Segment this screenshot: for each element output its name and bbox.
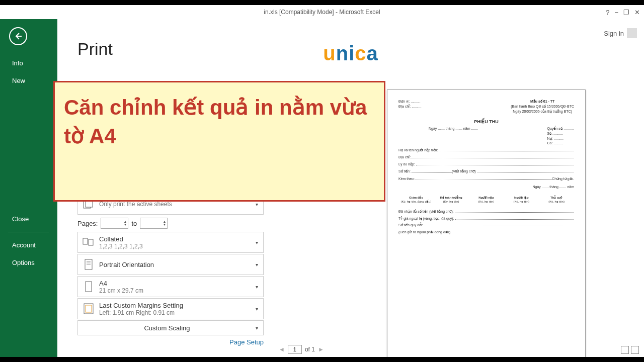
scaling-option[interactable]: Custom Scaling ▾ (77, 320, 264, 335)
help-icon[interactable]: ? (606, 9, 609, 16)
paper-size-option[interactable]: A421 cm x 29.7 cm ▾ (77, 276, 264, 297)
close-button[interactable]: ✕ (634, 9, 640, 16)
sidebar-item-account[interactable]: Account (0, 236, 57, 254)
collated-option[interactable]: Collated1,2,3 1,2,3 1,2,3 ▾ (77, 232, 264, 253)
sign-in-label: Sign in (604, 30, 624, 37)
chevron-down-icon: ▾ (253, 325, 260, 331)
page-navigator: ◄ of 1 ► (279, 345, 324, 354)
avatar-icon (627, 28, 637, 38)
margins-icon (81, 301, 96, 317)
titlebar: in.xls [Compatibility Mode] - Microsoft … (0, 5, 644, 19)
svg-rect-3 (89, 239, 93, 245)
restore-button[interactable]: ❐ (623, 9, 629, 16)
svg-rect-2 (83, 238, 88, 244)
preview-document: Đơn vị: .......... Địa chỉ: .......... M… (398, 99, 574, 257)
pages-from-input[interactable]: ▲▼ (101, 218, 128, 229)
sidebar-item-info[interactable]: Info (0, 54, 57, 72)
page-setup-link[interactable]: Page Setup (77, 338, 264, 346)
sidebar-separator (8, 232, 49, 232)
window-title: in.xls [Compatibility Mode] - Microsoft … (264, 9, 380, 16)
svg-rect-10 (86, 305, 92, 312)
sign-in[interactable]: Sign in (604, 28, 637, 38)
backstage-sidebar: Info New Close Account Options (0, 19, 57, 357)
svg-rect-8 (86, 282, 92, 292)
content-area: Sign in unica Print Căn chỉnh kết quả in… (57, 19, 644, 357)
margins-option[interactable]: Last Custom Margins SettingLeft: 1.91 cm… (77, 298, 264, 319)
zoom-controls (621, 346, 639, 354)
chevron-down-icon: ▾ (253, 306, 260, 312)
minimize-button[interactable]: − (614, 9, 618, 16)
print-settings: Only print the active sheets ▾ Pages: ▲▼… (77, 194, 264, 357)
portrait-icon (81, 256, 96, 273)
chevron-down-icon: ▾ (253, 284, 260, 290)
annotation-text: Căn chỉnh kết quả in nằm vừa tờ A4 (64, 94, 375, 150)
orientation-option[interactable]: Portrait Orientation ▾ (77, 254, 264, 275)
print-preview: Đơn vị: .......... Địa chỉ: .......... M… (387, 89, 586, 357)
next-page-button[interactable]: ► (318, 346, 324, 353)
chevron-down-icon: ▾ (253, 240, 260, 245)
zoom-to-page-button[interactable] (631, 346, 639, 354)
annotation-callout: Căn chỉnh kết quả in nằm vừa tờ A4 (53, 81, 385, 202)
page-icon (81, 279, 96, 295)
chevron-down-icon: ▾ (253, 202, 260, 207)
back-button[interactable] (9, 27, 27, 45)
unica-logo: unica (323, 42, 378, 65)
page-count-label: of 1 (305, 346, 315, 353)
collate-icon (81, 234, 96, 250)
page-number-input[interactable] (288, 345, 302, 354)
sidebar-item-close[interactable]: Close (0, 210, 57, 228)
sidebar-item-options[interactable]: Options (0, 254, 57, 272)
chevron-down-icon: ▾ (253, 262, 260, 267)
sidebar-item-new[interactable]: New (0, 72, 57, 89)
pages-to-input[interactable]: ▲▼ (140, 218, 168, 229)
prev-page-button[interactable]: ◄ (279, 346, 285, 353)
show-margins-button[interactable] (621, 346, 629, 354)
pages-range: Pages: ▲▼ to ▲▼ (77, 218, 264, 229)
